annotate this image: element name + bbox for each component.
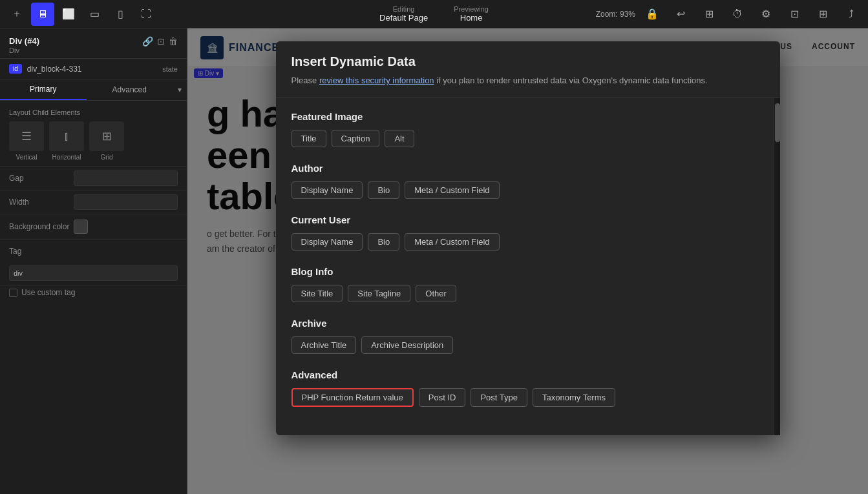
editing-label: Editing (393, 5, 415, 13)
security-info-link[interactable]: review this security information (319, 76, 434, 85)
grid-layout-icon: ⊞ (89, 121, 124, 151)
page-settings-button[interactable]: ⊞ (697, 3, 721, 26)
layout-label: Layout Child Elements (9, 108, 178, 116)
link-icon[interactable]: 🔗 (142, 36, 153, 46)
toolbar-center: Editing Default Page Previewing Home (379, 5, 489, 23)
btn-title[interactable]: Title (291, 130, 326, 147)
tag-input[interactable] (9, 265, 178, 281)
btn-bio[interactable]: Bio (368, 233, 399, 251)
export-button[interactable]: ⤴ (840, 3, 863, 26)
editing-mode: Editing Default Page (379, 5, 428, 23)
btn-site-tagline[interactable]: Site Tagline (348, 285, 410, 302)
panel-header: Div (#4) 🔗 ⊡ 🗑 Div (0, 28, 187, 59)
section-buttons-advanced: PHP Function Return valuePost IDPost Typ… (291, 388, 758, 407)
section-current-user: Current UserDisplay NameBioMeta / Custom… (291, 214, 758, 251)
gap-row: Gap (0, 167, 187, 190)
layout-grid[interactable]: ⊞ Grid (89, 121, 124, 161)
modal-scrollbar[interactable] (774, 98, 780, 435)
custom-tag-checkbox[interactable] (9, 289, 17, 297)
editing-page: Default Page (379, 13, 428, 23)
tab-advanced[interactable]: Advanced (87, 79, 173, 100)
undo-button[interactable]: ↩ (669, 3, 692, 26)
section-buttons-blog-info: Site TitleSite TaglineOther (291, 285, 758, 302)
btn-other[interactable]: Other (416, 285, 456, 302)
panel-title-text: Div (#4) (9, 36, 39, 46)
bg-color-label: Background color (9, 222, 74, 231)
gap-label: Gap (9, 174, 74, 183)
tab-primary[interactable]: Primary (0, 79, 87, 100)
left-panel: Div (#4) 🔗 ⊡ 🗑 Div id div_block-4-331 st… (0, 28, 187, 494)
modal-header: Insert Dynamic Data Please review this s… (276, 41, 780, 98)
btn-meta---custom-field[interactable]: Meta / Custom Field (405, 181, 499, 199)
id-row: id div_block-4-331 state (0, 59, 187, 79)
modal-content: Featured ImageTitleCaptionAltAuthorDispl… (276, 98, 774, 435)
layout-vertical[interactable]: ☰ Vertical (9, 121, 44, 161)
width-row: Width (0, 190, 187, 214)
btn-display-name[interactable]: Display Name (291, 181, 363, 199)
tab-arrow-icon[interactable]: ▾ (173, 79, 187, 100)
bg-color-swatch[interactable] (74, 220, 88, 234)
lock-button[interactable]: 🔒 (640, 3, 664, 26)
panel-subtitle: Div (9, 46, 178, 54)
vertical-icon: ☰ (9, 121, 44, 151)
btn-bio[interactable]: Bio (368, 181, 399, 199)
layout-horizontal[interactable]: ⫿ Horizontal (49, 121, 84, 161)
section-buttons-author: Display NameBioMeta / Custom Field (291, 181, 758, 199)
panel-tabs: Primary Advanced ▾ (0, 79, 187, 101)
btn-display-name[interactable]: Display Name (291, 233, 363, 251)
tag-value-row (0, 262, 187, 285)
btn-post-type[interactable]: Post Type (471, 388, 527, 407)
fullscreen-button[interactable]: ⛶ (134, 3, 158, 26)
modal-desc-plain: Please (291, 76, 319, 85)
previewing-label: Previewing (454, 5, 489, 13)
section-title-archive: Archive (291, 318, 758, 329)
history-button[interactable]: ⏱ (726, 3, 749, 26)
section-title-author: Author (291, 163, 758, 174)
mobile-portrait-button[interactable]: ▯ (109, 3, 132, 26)
btn-alt[interactable]: Alt (385, 130, 414, 147)
btn-archive-title[interactable]: Archive Title (291, 336, 357, 354)
btn-meta---custom-field[interactable]: Meta / Custom Field (405, 233, 499, 251)
modal-desc-end: if you plan to render untrusted data via… (434, 76, 708, 85)
modal-title: Insert Dynamic Data (291, 54, 765, 69)
btn-post-id[interactable]: Post ID (419, 388, 466, 407)
section-title-advanced: Advanced (291, 369, 758, 380)
previewing-mode: Previewing Home (454, 5, 489, 23)
toolbar-right: Zoom: 93% 🔒 ↩ ⊞ ⏱ ⚙ ⊡ ⊞ ⤴ (596, 3, 863, 26)
section-title-blog-info: Blog Info (291, 266, 758, 277)
tablet-view-button[interactable]: ⬜ (57, 3, 80, 26)
section-buttons-archive: Archive TitleArchive Description (291, 336, 758, 354)
delete-icon[interactable]: 🗑 (169, 36, 178, 46)
section-archive: ArchiveArchive TitleArchive Description (291, 318, 758, 354)
width-label: Width (9, 198, 74, 207)
desktop-view-button[interactable]: 🖥 (31, 3, 54, 26)
grid-label: Grid (101, 154, 113, 161)
canvas-area: 🏦 FINANCE HOME ALL PRODUCTS ABOUT CONTAC… (187, 28, 868, 494)
id-value: div_block-4-331 (27, 65, 82, 74)
layout-icons: ☰ Vertical ⫿ Horizontal ⊞ Grid (9, 121, 178, 161)
btn-php-function-return-value[interactable]: PHP Function Return value (291, 388, 414, 407)
custom-tag-row: Use custom tag (0, 285, 187, 300)
btn-archive-description[interactable]: Archive Description (361, 336, 453, 354)
responsive-button[interactable]: ⊡ (783, 3, 806, 26)
layout-section: Layout Child Elements ☰ Vertical ⫿ Horiz… (0, 101, 187, 167)
btn-site-title[interactable]: Site Title (291, 285, 343, 302)
settings-button[interactable]: ⚙ (754, 3, 778, 26)
section-buttons-featured-image: TitleCaptionAlt (291, 130, 758, 147)
modal-body: Featured ImageTitleCaptionAltAuthorDispl… (276, 98, 780, 435)
width-input[interactable] (74, 194, 178, 210)
mobile-landscape-button[interactable]: ▭ (83, 3, 106, 26)
id-badge: id (9, 64, 22, 74)
panel-actions: 🔗 ⊡ 🗑 (142, 36, 178, 46)
main-layout: Div (#4) 🔗 ⊡ 🗑 Div id div_block-4-331 st… (0, 28, 868, 494)
horizontal-label: Horizontal (52, 154, 81, 161)
grid-button[interactable]: ⊞ (811, 3, 834, 26)
copy-icon[interactable]: ⊡ (157, 36, 165, 46)
gap-input[interactable] (74, 170, 178, 186)
btn-taxonomy-terms[interactable]: Taxonomy Terms (533, 388, 615, 407)
btn-caption[interactable]: Caption (332, 130, 380, 147)
section-featured-image: Featured ImageTitleCaptionAlt (291, 111, 758, 147)
scrollbar-thumb[interactable] (775, 103, 780, 142)
panel-title: Div (#4) (9, 36, 39, 46)
add-element-button[interactable]: ＋ (5, 3, 28, 26)
